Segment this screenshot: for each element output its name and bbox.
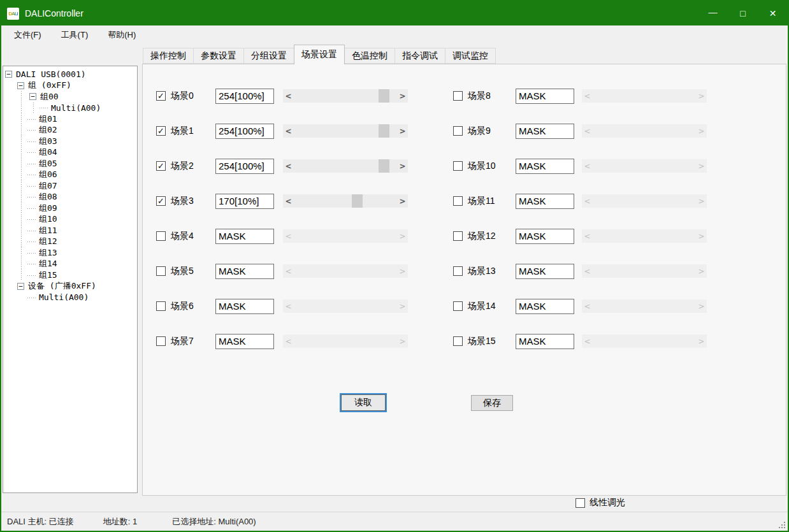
scene-level-scrollbar[interactable]: < > — [582, 194, 707, 208]
tree-node-label[interactable]: 组13 — [38, 247, 59, 259]
tree-node-label[interactable]: 组00 — [39, 91, 60, 103]
scene-value-input[interactable] — [215, 159, 274, 174]
scroll-right-arrow-icon[interactable]: > — [397, 194, 408, 208]
linear-dimming-checkbox[interactable] — [575, 498, 585, 508]
scene-value-input[interactable] — [516, 264, 574, 279]
scene-checkbox[interactable] — [453, 301, 463, 311]
scrollbar-thumb[interactable] — [352, 194, 363, 208]
tab-3[interactable]: 分组设置 — [243, 48, 294, 64]
scroll-right-arrow-icon[interactable]: > — [397, 264, 408, 278]
scene-value-input[interactable] — [215, 194, 274, 209]
scroll-left-arrow-icon[interactable]: < — [582, 124, 593, 138]
tree-node-label[interactable]: 组07 — [38, 180, 59, 192]
scene-value-input[interactable] — [215, 124, 274, 139]
tree-node-label[interactable]: 设备 (广播0xFF) — [27, 280, 98, 292]
tab-4[interactable]: 场景设置 — [294, 45, 345, 64]
scene-checkbox[interactable]: ✓ — [156, 196, 166, 206]
scene-checkbox[interactable] — [453, 266, 463, 276]
scene-level-scrollbar[interactable]: < > — [283, 159, 408, 173]
tree-node[interactable]: 组01 — [3, 113, 137, 125]
scroll-right-arrow-icon[interactable]: > — [696, 299, 707, 313]
scroll-right-arrow-icon[interactable]: > — [397, 334, 408, 348]
scene-level-scrollbar[interactable]: < > — [283, 229, 408, 243]
tree-node-label[interactable]: 组 (0xFF) — [27, 80, 73, 91]
read-button[interactable]: 读取 — [341, 394, 386, 411]
scene-value-input[interactable] — [516, 334, 574, 349]
tree-collapse-icon[interactable]: − — [17, 82, 24, 89]
tree-node[interactable]: 组10 — [3, 214, 137, 226]
scroll-right-arrow-icon[interactable]: > — [397, 124, 408, 138]
scene-checkbox[interactable] — [453, 196, 463, 206]
tree-node[interactable]: 组08 — [3, 192, 137, 203]
tree-node-label[interactable]: 组12 — [38, 236, 59, 247]
scene-checkbox[interactable] — [156, 336, 166, 346]
scene-level-scrollbar[interactable]: < > — [582, 159, 707, 173]
tree-node[interactable]: Multi(A00) — [3, 292, 137, 303]
menu-tools[interactable]: 工具(T) — [54, 27, 96, 43]
scroll-right-arrow-icon[interactable]: > — [696, 194, 707, 208]
scroll-left-arrow-icon[interactable]: < — [283, 194, 294, 208]
tree-node-label[interactable]: 组11 — [38, 225, 59, 236]
scrollbar-thumb[interactable] — [379, 159, 389, 173]
tree-collapse-icon[interactable]: − — [29, 93, 36, 100]
tree-node-label[interactable]: 组01 — [38, 113, 59, 125]
tree-node[interactable]: 组02 — [3, 125, 137, 136]
menu-file[interactable]: 文件(F) — [6, 27, 49, 43]
scroll-left-arrow-icon[interactable]: < — [582, 159, 593, 173]
scene-value-input[interactable] — [516, 89, 574, 104]
scene-level-scrollbar[interactable]: < > — [582, 334, 707, 348]
tab-5[interactable]: 色温控制 — [344, 48, 395, 64]
tree-node-label[interactable]: 组04 — [38, 147, 59, 158]
minimize-button[interactable]: — — [698, 1, 728, 25]
scroll-left-arrow-icon[interactable]: < — [582, 229, 593, 243]
tree-node-label[interactable]: 组10 — [38, 213, 59, 225]
scroll-left-arrow-icon[interactable]: < — [283, 334, 294, 348]
scene-level-scrollbar[interactable]: < > — [582, 124, 707, 138]
tree-collapse-icon[interactable]: − — [5, 71, 12, 78]
scene-level-scrollbar[interactable]: < > — [582, 229, 707, 243]
scroll-left-arrow-icon[interactable]: < — [283, 159, 294, 173]
resize-grip-icon[interactable] — [778, 521, 785, 528]
tab-7[interactable]: 调试监控 — [445, 48, 496, 64]
tree-node[interactable]: 组07 — [3, 180, 137, 192]
scene-level-scrollbar[interactable]: < > — [582, 264, 707, 278]
scene-level-scrollbar[interactable]: < > — [283, 264, 408, 278]
tab-6[interactable]: 指令调试 — [394, 48, 445, 64]
scene-value-input[interactable] — [516, 159, 574, 174]
scene-checkbox[interactable] — [453, 231, 463, 241]
scroll-right-arrow-icon[interactable]: > — [696, 229, 707, 243]
scroll-left-arrow-icon[interactable]: < — [283, 229, 294, 243]
tree-node[interactable]: 组15 — [3, 270, 137, 281]
scene-value-input[interactable] — [516, 299, 574, 314]
tree-node-label[interactable]: 组02 — [38, 124, 59, 136]
scroll-right-arrow-icon[interactable]: > — [397, 159, 408, 173]
scroll-left-arrow-icon[interactable]: < — [283, 124, 294, 138]
scroll-left-arrow-icon[interactable]: < — [582, 299, 593, 313]
tree-node[interactable]: 组13 — [3, 247, 137, 259]
scroll-right-arrow-icon[interactable]: > — [397, 89, 408, 103]
scroll-right-arrow-icon[interactable]: > — [696, 264, 707, 278]
tab-2[interactable]: 参数设置 — [193, 48, 244, 64]
tree-node-label[interactable]: Multi(A00) — [50, 103, 102, 113]
scene-level-scrollbar[interactable]: < > — [582, 299, 707, 313]
scene-value-input[interactable] — [215, 299, 274, 314]
scroll-left-arrow-icon[interactable]: < — [582, 194, 593, 208]
tab-1[interactable]: 操作控制 — [143, 48, 194, 64]
scene-value-input[interactable] — [215, 229, 274, 244]
tree-node[interactable]: 组12 — [3, 236, 137, 248]
save-button[interactable]: 保存 — [471, 395, 513, 411]
maximize-button[interactable]: □ — [728, 1, 758, 25]
tree-node[interactable]: Multi(A00) — [3, 103, 137, 114]
tree-node-label[interactable]: 组14 — [38, 258, 59, 270]
tree-node-label[interactable]: 组03 — [38, 136, 59, 147]
tree-node-label[interactable]: 组06 — [38, 169, 59, 180]
tree-node[interactable]: 组06 — [3, 169, 137, 181]
tree-node-label[interactable]: 组08 — [38, 191, 59, 203]
tree-collapse-icon[interactable]: − — [17, 283, 24, 290]
scroll-right-arrow-icon[interactable]: > — [696, 124, 707, 138]
tree-node[interactable]: 组09 — [3, 203, 137, 214]
scene-checkbox[interactable] — [156, 301, 166, 311]
scroll-left-arrow-icon[interactable]: < — [283, 299, 294, 313]
scene-level-scrollbar[interactable]: < > — [582, 89, 707, 103]
tree-node[interactable]: −组 (0xFF) — [3, 80, 137, 92]
